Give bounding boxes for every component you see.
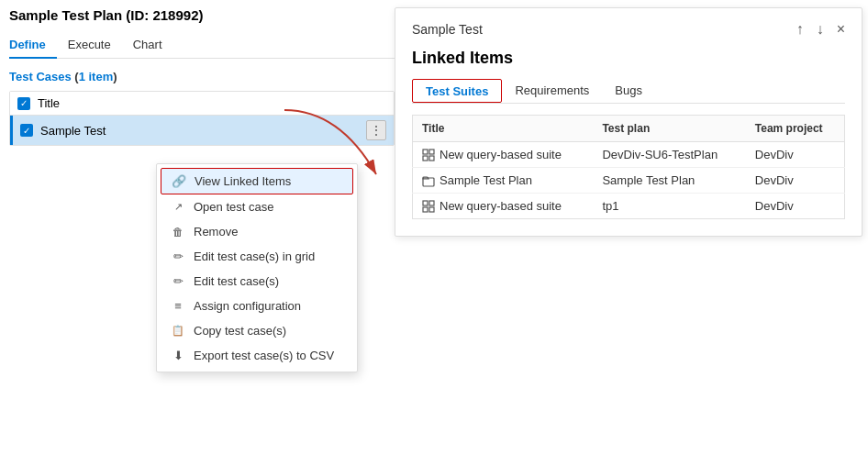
context-menu-label-remove: Remove — [194, 225, 238, 239]
right-panel-title: Sample Test — [412, 22, 483, 37]
right-panel: Sample Test ↑ ↓ × Linked Items Test Suit… — [395, 7, 862, 237]
svg-rect-1 — [423, 150, 428, 154]
sub-tab-test-suites[interactable]: Test Suites — [412, 79, 502, 103]
context-menu-label-assign: Assign configuration — [194, 299, 301, 313]
cell-title: New query-based suite — [413, 194, 594, 219]
context-menu-label-view-linked: View Linked Items — [195, 174, 291, 188]
cell-team-project: DevDiv — [746, 194, 845, 219]
cell-team-project: DevDiv — [746, 168, 845, 194]
open-icon: ↗ — [170, 201, 186, 213]
test-cases-list: Title Sample Test ⋮ — [9, 91, 395, 146]
context-menu-item-remove[interactable]: 🗑 Remove — [157, 219, 357, 244]
section-count: 1 item — [79, 70, 114, 83]
copy-icon: 📋 — [170, 325, 186, 337]
right-panel-controls: ↑ ↓ × — [796, 21, 845, 38]
context-menu-label-export: Export test case(s) to CSV — [194, 349, 334, 362]
move-down-button[interactable]: ↓ — [817, 21, 824, 38]
svg-rect-2 — [429, 150, 434, 154]
context-menu-label-open: Open test case — [194, 200, 273, 214]
col-title: Title — [413, 116, 594, 142]
edit-grid-icon: ✏ — [170, 250, 186, 263]
sub-tabs: Test Suites Requirements Bugs — [412, 79, 845, 104]
cell-title: Sample Test Plan — [413, 168, 594, 194]
col-test-plan: Test plan — [593, 116, 745, 142]
svg-rect-8 — [423, 207, 428, 212]
sub-tab-bugs[interactable]: Bugs — [602, 79, 655, 104]
context-menu-item-assign[interactable]: ≡ Assign configuration — [157, 294, 357, 318]
tabs-bar: Define Execute Chart — [9, 32, 395, 59]
grid-icon — [422, 149, 435, 161]
cell-test-plan: tp1 — [593, 194, 745, 219]
folder-icon — [422, 174, 435, 187]
page-title: Sample Test Plan (ID: 218992) — [9, 7, 395, 23]
cell-test-plan: DevDiv-SU6-TestPlan — [593, 142, 745, 168]
svg-rect-4 — [429, 156, 434, 161]
grid-icon — [422, 200, 435, 213]
export-icon: ⬇ — [170, 349, 186, 362]
context-menu-item-view-linked[interactable]: 🔗 View Linked Items — [161, 168, 353, 194]
table-row: New query-based suiteDevDiv-SU6-TestPlan… — [413, 142, 845, 168]
context-menu-item-export[interactable]: ⬇ Export test case(s) to CSV — [157, 343, 357, 368]
more-button[interactable]: ⋮ — [366, 120, 386, 140]
context-menu: 🔗 View Linked Items ↗ Open test case 🗑 R… — [156, 163, 358, 372]
context-menu-label-copy: Copy test case(s) — [194, 324, 286, 338]
tab-execute[interactable]: Execute — [68, 32, 122, 59]
move-up-button[interactable]: ↑ — [796, 21, 804, 38]
context-menu-item-edit-grid[interactable]: ✏ Edit test case(s) in grid — [157, 244, 357, 269]
edit-icon: ✏ — [170, 274, 186, 288]
list-row-sample-test[interactable]: Sample Test ⋮ — [10, 116, 394, 145]
right-panel-header: Sample Test ↑ ↓ × — [412, 21, 845, 38]
header-title-label: Title — [38, 96, 60, 110]
left-panel: Sample Test Plan (ID: 218992) Define Exe… — [9, 7, 395, 146]
row-checkbox[interactable] — [20, 124, 33, 137]
tab-define[interactable]: Define — [9, 32, 57, 59]
table-row: Sample Test PlanSample Test PlanDevDiv — [413, 168, 845, 194]
context-menu-label-edit-grid: Edit test case(s) in grid — [194, 250, 315, 263]
cell-team-project: DevDiv — [746, 142, 845, 168]
svg-rect-9 — [429, 207, 434, 212]
svg-rect-7 — [429, 201, 434, 205]
table-row: New query-based suitetp1DevDiv — [413, 194, 845, 219]
cell-test-plan: Sample Test Plan — [593, 168, 745, 194]
linked-items-title: Linked Items — [412, 49, 845, 68]
list-header: Title — [10, 92, 394, 116]
linked-table: Title Test plan Team project New query-b… — [412, 115, 845, 219]
sub-tab-requirements[interactable]: Requirements — [502, 79, 602, 104]
section-title: Test Cases (1 item) — [9, 70, 395, 83]
col-team-project: Team project — [746, 116, 845, 142]
link-icon: 🔗 — [171, 174, 187, 188]
context-menu-item-edit[interactable]: ✏ Edit test case(s) — [157, 269, 357, 294]
row-label: Sample Test — [40, 124, 366, 138]
context-menu-label-edit: Edit test case(s) — [194, 274, 279, 288]
context-menu-item-open[interactable]: ↗ Open test case — [157, 194, 357, 219]
svg-rect-6 — [423, 201, 428, 205]
close-button[interactable]: × — [837, 21, 845, 38]
svg-rect-3 — [423, 156, 428, 161]
cell-title: New query-based suite — [413, 142, 594, 168]
context-menu-item-copy[interactable]: 📋 Copy test case(s) — [157, 318, 357, 343]
header-checkbox[interactable] — [17, 97, 30, 110]
remove-icon: 🗑 — [170, 226, 186, 239]
tab-chart[interactable]: Chart — [133, 32, 173, 59]
assign-icon: ≡ — [170, 299, 186, 313]
